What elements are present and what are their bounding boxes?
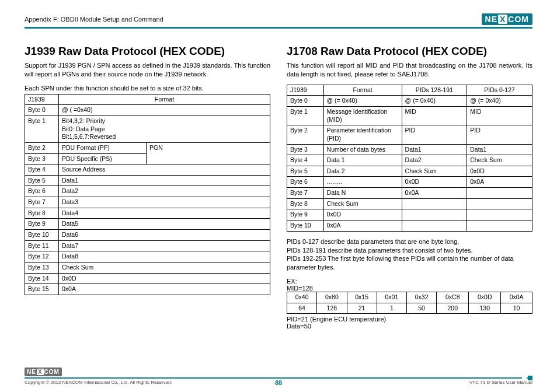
copyright-text: Copyright © 2012 NEXCOM International Co… [25,380,172,385]
table-cell: Byte 5 [287,166,324,177]
table-head: J1939 [287,85,324,96]
table-cell: 128 [317,303,347,314]
table-cell: 0xC8 [437,292,469,303]
table-cell: …….. [323,177,402,188]
table-cell: Byte 11 [25,240,59,251]
table-cell: 0x0A [323,220,402,232]
table-cell: PID [467,125,532,144]
table-cell: PDU Specific (PS) [59,153,147,164]
j1939-table: J1939 Format Byte 0@ ( =0x40) Byte 1Bit4… [25,94,270,295]
j1939-subnote: Each SPN under this function should be s… [25,85,270,92]
j1939-th-format: Format [59,94,270,105]
j1708-title: J1708 Raw Data Protocol (HEX CODE) [287,45,532,58]
table-cell: Data3 [59,197,270,208]
table-cell: Byte 6 [25,186,59,197]
brand-logo: NEXCOM [482,13,532,25]
table-head: PIDs 128-191 [402,85,467,96]
table-cell: Byte 2 [287,125,324,144]
example-block: EX: MID=128 0x40 0x80 0x15 0x01 0x32 0xC… [287,278,532,330]
table-cell: Byte 10 [25,230,59,241]
pid-notes: PIDs 0-127 describe data parameters that… [287,237,532,272]
table-cell: @ (= 0x40) [467,96,532,107]
table-cell: Data6 [59,230,270,241]
table-cell [402,220,467,232]
table-cell: Data8 [59,251,270,262]
j1708-intro: This function will report all MID and PI… [287,61,532,79]
note-line: PIDs 128-191 describe data parameters th… [287,246,532,255]
table-cell: @ ( =0x40) [59,105,270,116]
table-cell: 0x01 [377,292,406,303]
table-cell: Data1 [467,144,532,155]
j1708-table: J1939 Format PIDs 128-191 PIDs 0-127 Byt… [287,85,532,232]
table-head: PIDs 0-127 [467,85,532,96]
table-cell [467,209,532,220]
j1939-intro: Support for J1939 PGN / SPN access as de… [25,61,270,79]
table-cell: Byte 6 [287,177,324,188]
table-cell [402,209,467,220]
table-cell: Data1 [59,175,270,186]
table-cell: Byte 4 [25,164,59,176]
table-cell: Byte 4 [287,155,324,166]
table-cell: Byte 1 [287,106,324,125]
table-cell: 0x0A [467,177,532,188]
table-cell: @ (= 0x40) [402,96,467,107]
table-cell: Data N [323,188,402,199]
table-cell: Byte 12 [25,251,59,262]
table-cell: Number of data bytes [323,144,402,155]
table-cell: 10 [501,303,532,314]
table-cell: 0x15 [347,292,377,303]
table-cell: Byte 8 [25,208,59,219]
j1939-th-byte: J1939 [25,94,59,105]
table-cell: 0x32 [407,292,437,303]
header-rule [25,27,532,29]
table-cell: Check Sum [402,166,467,177]
table-cell: 0x0A [59,284,270,295]
table-cell: Byte 9 [287,209,324,220]
table-head: Format [323,85,402,96]
table-cell: Parameter identification (PID) [323,125,402,144]
table-cell: Byte 7 [25,197,59,208]
pgn-cell: PGN [147,142,270,164]
table-cell: Check Sum [323,198,402,209]
table-cell: Data2 [402,155,467,166]
left-column: J1939 Raw Data Protocol (HEX CODE) Suppo… [25,45,270,330]
table-cell: 200 [437,303,469,314]
table-cell: Byte 15 [25,284,59,295]
ex-mid: MID=128 [287,285,532,292]
table-cell: 1 [377,303,406,314]
table-cell: Source Address [59,164,270,176]
table-cell: Byte 5 [25,175,59,186]
table-cell: Data 1 [323,155,402,166]
right-column: J1708 Raw Data Protocol (HEX CODE) This … [287,45,532,330]
table-cell: Data1 [402,144,467,155]
table-cell: 130 [469,303,501,314]
table-cell: 0x0D [402,177,467,188]
table-cell: 0x0A [501,292,532,303]
table-cell: Byte 13 [25,262,59,273]
table-cell: Data2 [59,186,270,197]
table-cell: Byte 0 [25,105,59,116]
table-cell: Data7 [59,240,270,251]
table-cell: MID [402,106,467,125]
note-line: PIDs 192-253 The first byte following th… [287,254,532,272]
table-cell: 0x40 [287,292,317,303]
table-cell: Message identification (MID) [323,106,402,125]
table-cell: Check Sum [467,155,532,166]
table-cell: Byte 2 [25,142,59,153]
table-cell: Data4 [59,208,270,219]
manual-name: VTC 71-D Series User Manual [469,380,532,385]
table-cell: Byte 9 [25,219,59,230]
table-cell: 0x0D [467,166,532,177]
table-cell [467,220,532,232]
table-cell: Byte 10 [287,220,324,232]
table-cell: Byte 7 [287,188,324,199]
j1939-title: J1939 Raw Data Protocol (HEX CODE) [25,45,270,58]
note-line: PIDs 0-127 describe data parameters that… [287,237,532,246]
table-cell [467,198,532,209]
example-table: 0x40 0x80 0x15 0x01 0x32 0xC8 0x0D 0x0A … [287,292,532,314]
table-cell: 50 [407,303,437,314]
table-cell: Byte 3 [25,153,59,164]
table-cell: Bit4,3,2: Priority Bit0: Data Page Bit1,… [59,116,270,142]
ex-label: EX: [287,278,532,285]
footer-logo: NEXCOM [25,368,62,376]
